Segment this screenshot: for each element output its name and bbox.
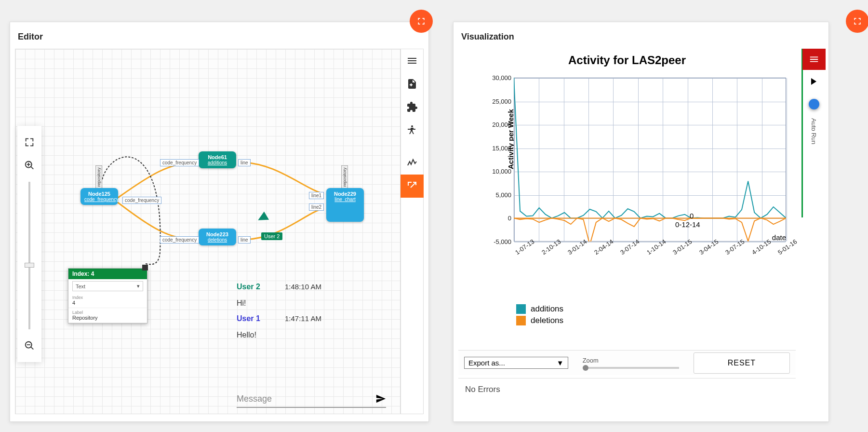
chart-zoom-slider[interactable] [583,367,679,369]
node-id: Node229 [330,191,360,197]
node-sub: line_chart [330,197,360,202]
editor-title: Editor [18,32,43,42]
editor-toolbar [401,49,424,414]
status-text: No Errors [465,385,500,394]
send-icon[interactable] [375,393,386,404]
chat-message-row: User 2 1:48:10 AM [237,283,386,291]
new-file-icon[interactable] [401,72,424,95]
expand-editor-button[interactable] [410,10,433,33]
node-sub: deletions [202,237,232,243]
viz-menu-button[interactable] [802,49,826,70]
port-additions-in[interactable]: code_frequency [160,159,199,166]
property-panel[interactable]: Index: 4 Text ▾ Index 4 Label Repository [68,268,147,324]
port-line1[interactable]: line1 [309,192,324,199]
message-input[interactable]: Message [237,393,386,408]
expand-visualization-button[interactable] [846,10,868,33]
node-id: Node223 [202,231,232,237]
property-type-value: Text [76,284,85,289]
node-line-chart[interactable]: Node229 line_chart [326,188,364,222]
legend-swatch [516,304,526,314]
legend-swatch [516,316,526,325]
chart-zoom-thumb[interactable] [583,365,588,371]
legend-label: additions [531,304,563,314]
visualization-title: Visualization [461,32,514,42]
chevron-down-icon: ▼ [557,359,564,367]
visualization-body: Activity for LAS2peer Activity per Week … [458,49,796,347]
autorun-label: Auto Run [810,118,817,144]
property-panel-header[interactable]: Index: 4 [68,269,147,279]
editor-panel: Editor repository Node125 code_frequency… [10,22,429,422]
legend-item-additions[interactable]: additions [516,304,563,314]
port-code-frequency-out[interactable]: code_frequency [122,197,161,204]
property-value[interactable]: Repository [72,315,143,321]
remote-user-tag: User 2 [261,232,282,240]
node-additions[interactable]: Node61 additions [199,151,236,168]
chart-legend: additions deletions [516,304,563,327]
hover-value: 0 [690,212,694,220]
chat-user: User 2 [237,283,270,291]
zoom-out-icon[interactable] [23,339,36,352]
puzzle-icon[interactable] [401,95,424,119]
menu-icon[interactable] [401,49,424,72]
play-button[interactable] [807,76,821,89]
accessibility-icon[interactable] [401,119,424,142]
y-tick: 30,000 [487,74,511,81]
chat-message-row: User 1 1:47:11 AM [237,314,386,323]
property-row: Label Repository [68,308,147,323]
node-sub: additions [202,160,232,165]
node-code-frequency[interactable]: Node125 code_frequency [80,188,118,205]
chat-timestamp: 1:47:11 AM [285,314,321,323]
editor-canvas[interactable]: repository Node125 code_frequency code_f… [15,49,401,414]
node-sub: code_frequency [84,197,114,202]
reset-button[interactable]: RESET [694,352,790,374]
y-tick: 5,000 [487,191,511,198]
zoom-sidebar [17,126,41,362]
port-line2[interactable]: line2 [309,203,324,211]
chat-body: Hi! [237,299,386,308]
message-placeholder: Message [237,394,371,404]
node-id: Node125 [84,191,114,197]
y-tick: 25,000 [487,97,511,105]
remote-cursor [258,212,271,225]
export-select[interactable]: Export as... ▼ [464,357,568,369]
property-row: Index 4 [68,293,147,308]
port-deletions-in[interactable]: code_frequency [160,236,199,243]
property-label: Index [72,295,143,300]
y-tick: 20,000 [487,121,511,128]
y-tick: 10,000 [487,168,511,175]
hover-date: 0-12-14 [675,220,700,229]
y-tick: -5,000 [487,238,511,245]
tag-repository-1: repository [95,165,102,189]
zoom-in-icon[interactable] [23,159,36,172]
legend-item-deletions[interactable]: deletions [516,316,563,325]
activity-icon[interactable] [401,151,424,175]
legend-label: deletions [531,316,563,325]
y-tick: 15,000 [487,144,511,151]
y-tick: 0 [487,215,511,222]
property-label: Label [72,310,143,315]
port-deletions-out[interactable]: line [238,236,251,243]
chat-timestamp: 1:48:10 AM [285,283,321,291]
property-value[interactable]: 4 [72,300,143,306]
control-strip: Export as... ▼ Zoom RESET [458,350,796,375]
zoom-label: Zoom [583,357,679,364]
node-deletions[interactable]: Node223 deletions [199,229,236,245]
chevron-down-icon: ▾ [137,283,140,289]
visualization-panel: Visualization Activity for LAS2peer Acti… [453,22,829,422]
fullscreen-icon[interactable] [23,135,36,149]
chat-body: Hello! [237,331,386,339]
zoom-slider-thumb[interactable] [25,263,34,268]
activity-chart[interactable]: Activity per Week date -5,00005,00010,00… [487,78,786,261]
port-additions-out[interactable]: line [238,159,251,166]
chat-user: User 1 [237,314,270,323]
chat-area: User 2 1:48:10 AM Hi! User 1 1:47:11 AM … [237,283,386,339]
export-icon[interactable] [401,175,424,198]
node-id: Node61 [202,154,232,160]
svg-point-0 [411,125,413,127]
property-type-select[interactable]: Text ▾ [72,281,143,291]
tag-repository-2: repository [341,165,348,189]
zoom-slider[interactable] [28,182,30,329]
chart-title: Activity for LAS2peer [458,54,796,67]
autorun-toggle[interactable] [809,99,819,109]
export-value: Export as... [468,359,505,367]
